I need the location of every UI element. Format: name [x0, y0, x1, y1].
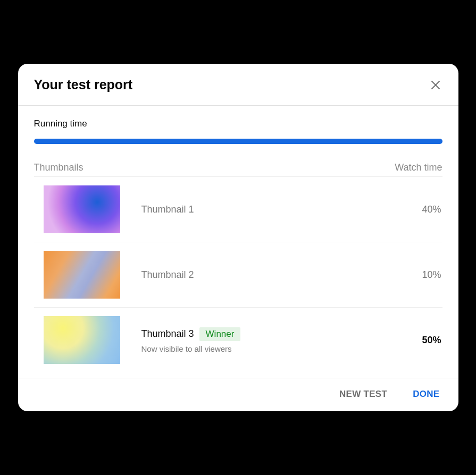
watch-time-value: 50% [405, 335, 442, 346]
watch-time-value: 10% [405, 269, 442, 281]
done-button[interactable]: DONE [413, 389, 439, 400]
close-icon[interactable] [429, 78, 442, 92]
running-time-label: Running time [34, 118, 442, 129]
table-row: Thumbnail 1 40% [34, 176, 442, 242]
thumbnail-preview-1[interactable] [44, 185, 120, 233]
winner-badge: Winner [199, 327, 241, 341]
row-main: Thumbnail 3 Winner Now visibile to all v… [141, 327, 405, 353]
columns-header: Thumbnails Watch time [34, 162, 442, 176]
new-test-button[interactable]: NEW TEST [339, 389, 387, 400]
test-report-dialog: Your test report Running time Thumbnails… [18, 64, 458, 411]
row-main: Thumbnail 1 [141, 204, 405, 215]
dialog-body: Running time Thumbnails Watch time Thumb… [18, 106, 458, 372]
thumbnail-preview-3[interactable] [44, 316, 120, 364]
thumbnail-title: Thumbnail 2 [141, 269, 194, 281]
table-row: Thumbnail 2 10% [34, 242, 442, 307]
row-main: Thumbnail 2 [141, 269, 405, 281]
table-row: Thumbnail 3 Winner Now visibile to all v… [34, 307, 442, 372]
thumbnail-title: Thumbnail 3 [141, 328, 194, 340]
watch-time-value: 40% [405, 204, 442, 215]
watch-time-column-header: Watch time [395, 162, 442, 173]
thumbnail-preview-2[interactable] [44, 251, 120, 299]
dialog-title: Your test report [34, 77, 133, 92]
thumbnails-column-header: Thumbnails [34, 162, 395, 173]
thumbnail-subtitle: Now visibile to all viewers [141, 344, 405, 353]
dialog-header: Your test report [18, 64, 458, 106]
progress-bar [34, 139, 442, 144]
dialog-footer: NEW TEST DONE [18, 378, 458, 411]
thumbnail-title: Thumbnail 1 [141, 204, 194, 215]
